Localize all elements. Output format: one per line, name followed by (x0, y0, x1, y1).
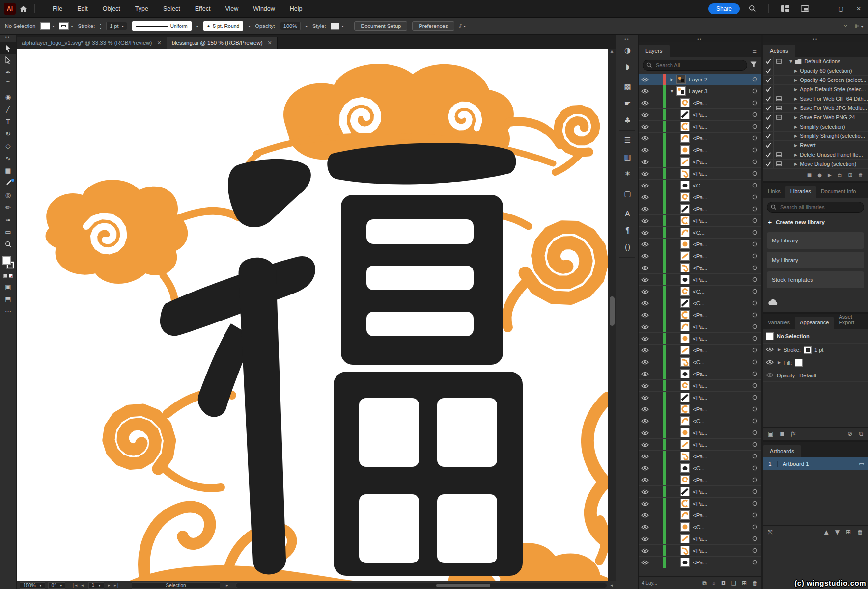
object-row[interactable]: <Pa... (639, 333, 761, 345)
brushes-panel-icon[interactable]: ✶ (616, 165, 639, 182)
layer-row[interactable]: ▶Layer 2 (639, 74, 761, 85)
layer-name[interactable]: <Pa... (693, 430, 748, 436)
layer-name[interactable]: <Pa... (693, 477, 748, 483)
fill-proxy[interactable] (2, 256, 11, 265)
puppet-warp-panel-icon[interactable]: ☛ (616, 95, 639, 112)
screen-mode-icon[interactable] (797, 3, 812, 15)
layer-name[interactable]: <Pa... (693, 253, 748, 259)
maximize-button[interactable]: ▢ (835, 3, 847, 14)
eyedropper-tool-icon[interactable] (0, 177, 16, 189)
object-row[interactable]: <C... (639, 297, 761, 309)
target-circle-icon[interactable] (748, 454, 761, 459)
tab-libraries[interactable]: Libraries (785, 186, 816, 198)
layer-name[interactable]: <C... (693, 465, 748, 471)
object-row[interactable]: <Pa... (639, 380, 761, 392)
target-circle-icon[interactable] (748, 183, 761, 188)
target-circle-icon[interactable] (748, 241, 761, 247)
target-circle-icon[interactable] (748, 159, 761, 164)
target-circle-icon[interactable] (748, 88, 761, 94)
add-new-effect-icon[interactable]: fx. (791, 430, 797, 437)
selection-tool-icon[interactable] (0, 42, 16, 54)
target-circle-icon[interactable] (748, 395, 761, 400)
zoom-tool-icon[interactable] (0, 238, 16, 250)
menu-select[interactable]: Select (163, 5, 180, 12)
layer-name[interactable]: <Pa... (693, 560, 748, 565)
mesh-tool-icon[interactable]: ▦ (0, 164, 16, 177)
layer-thumbnail[interactable] (680, 110, 690, 119)
visibility-eye-icon[interactable] (639, 462, 651, 474)
layer-thumbnail[interactable] (680, 287, 690, 296)
brush-chevron[interactable]: ▾ (248, 24, 250, 28)
target-circle-icon[interactable] (748, 418, 761, 424)
lock-cell[interactable] (651, 144, 663, 156)
artboard-row[interactable]: 1Artboard 1▭ (763, 457, 868, 470)
visibility-eye-icon[interactable] (639, 239, 651, 250)
layer-thumbnail[interactable] (680, 452, 690, 461)
target-circle-icon[interactable] (748, 253, 761, 259)
tab-document-info[interactable]: Document Info (816, 186, 861, 198)
layer-thumbnail[interactable] (680, 428, 690, 437)
action-check-icon[interactable] (763, 113, 774, 122)
visibility-eye-icon[interactable] (639, 74, 651, 85)
layer-thumbnail[interactable] (680, 122, 690, 131)
layer-thumbnail[interactable] (680, 404, 690, 414)
object-row[interactable]: <C... (639, 356, 761, 368)
close-tab-icon[interactable]: ✕ (268, 40, 272, 46)
lock-cell[interactable] (651, 356, 663, 368)
vertical-scrollbar[interactable]: ▲ (608, 49, 616, 581)
navigator-panel-icon[interactable]: ▢ (616, 186, 639, 202)
visibility-eye-icon[interactable] (639, 345, 651, 356)
layer-name[interactable]: <Pa... (693, 324, 748, 330)
panel-grip[interactable]: •• (763, 35, 868, 42)
rotation-value[interactable]: 0°▾ (48, 582, 66, 589)
play-selection-icon[interactable]: ▶ (828, 172, 832, 178)
layer-name[interactable]: <Pa... (693, 135, 748, 141)
action-check-icon[interactable] (763, 160, 774, 168)
width-tool-icon[interactable]: ∿ (0, 152, 16, 164)
object-row[interactable]: <Pa... (639, 250, 761, 262)
layer-name[interactable]: <Pa... (693, 312, 748, 318)
layer-thumbnail[interactable] (680, 534, 690, 543)
variable-width-profile[interactable]: Uniform (132, 21, 192, 31)
object-row[interactable]: <Pa... (639, 403, 761, 415)
first-artboard-icon[interactable]: ❘◂ (71, 583, 77, 588)
layer-thumbnail[interactable] (680, 546, 690, 555)
dialog-toggle-icon[interactable] (774, 57, 784, 66)
action-check-icon[interactable] (763, 57, 774, 66)
layer-name[interactable]: <Pa... (693, 348, 748, 353)
close-button[interactable]: ✕ (852, 3, 865, 14)
delete-action-icon[interactable]: 🗑 (858, 172, 863, 178)
layer-name[interactable]: <Pa... (693, 147, 748, 153)
paragraph-panel-icon[interactable]: ¶ (616, 222, 639, 239)
target-circle-icon[interactable] (748, 206, 761, 212)
panel-grip[interactable]: •• (0, 35, 16, 42)
action-row[interactable]: ▼Default Actions (763, 57, 868, 66)
lock-cell[interactable] (651, 451, 663, 462)
lock-cell[interactable] (651, 403, 663, 415)
layer-thumbnail[interactable] (680, 510, 690, 520)
stroke-weight-value[interactable]: 1 pt▾ (106, 22, 127, 30)
layer-name[interactable]: <Pa... (693, 442, 748, 448)
layer-name[interactable]: <Pa... (693, 100, 748, 106)
lock-cell[interactable] (651, 439, 663, 450)
visibility-eye-icon[interactable] (639, 474, 651, 485)
lock-cell[interactable] (651, 557, 663, 568)
visibility-eye-icon[interactable] (639, 415, 651, 427)
home-icon[interactable] (16, 3, 30, 15)
lock-cell[interactable] (651, 203, 663, 214)
blob-brush-tool-icon[interactable]: ◉ (0, 91, 16, 103)
visibility-eye-icon[interactable] (639, 262, 651, 273)
layer-thumbnail[interactable] (680, 228, 690, 237)
zoom-level[interactable]: 150%▾ (20, 582, 45, 589)
object-row[interactable]: <Pa... (639, 203, 761, 215)
target-circle-icon[interactable] (748, 100, 761, 106)
lock-cell[interactable] (651, 156, 663, 167)
edit-toolbar-icon[interactable]: ⋯ (0, 305, 16, 318)
layer-name[interactable]: <Pa... (693, 124, 748, 130)
visibility-eye-icon[interactable] (639, 144, 651, 156)
object-row[interactable]: <Pa... (639, 133, 761, 144)
visibility-eye-icon[interactable] (639, 286, 651, 297)
visibility-eye-icon[interactable] (639, 133, 651, 144)
visibility-eye-icon[interactable] (639, 498, 651, 509)
drawing-modes-icon[interactable]: ▣ (0, 281, 16, 293)
